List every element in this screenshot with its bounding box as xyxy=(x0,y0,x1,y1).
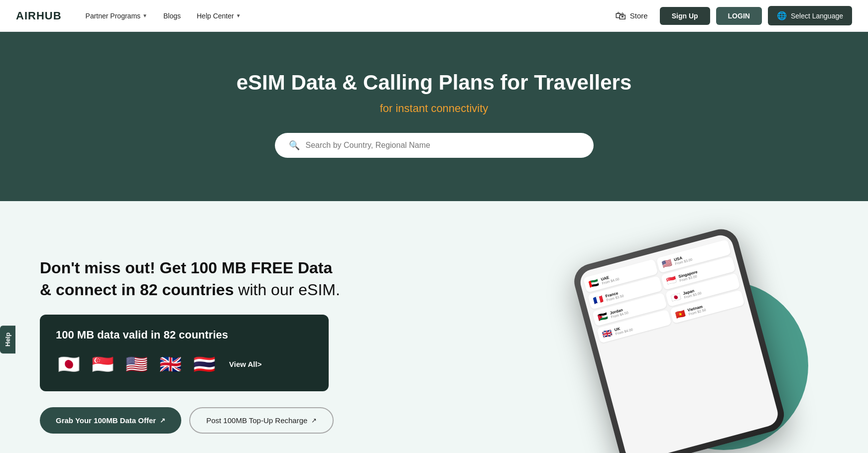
grab-offer-button[interactable]: Grab Your 100MB Data Offer ↗ xyxy=(40,407,181,434)
phone-mockup: 🇦🇪 UAE From $4.00 🇺🇸 USA From $3.00 xyxy=(570,225,788,453)
navbar-links: Partner Programs ▼ Blogs Help Center ▼ xyxy=(86,12,609,20)
language-selector-button[interactable]: 🌐 Select Language xyxy=(768,6,852,25)
promo-flags: 🇯🇵 🇸🇬 🇺🇸 🇬🇧 🇹🇭 View All> xyxy=(56,351,313,377)
phone-screen-content: 🇦🇪 UAE From $4.00 🇺🇸 USA From $3.00 xyxy=(583,239,745,343)
flag-france-icon: 🇫🇷 xyxy=(592,294,604,306)
search-input[interactable] xyxy=(306,141,580,150)
flag-thailand: 🇹🇭 xyxy=(191,351,217,377)
signup-button[interactable]: Sign Up xyxy=(660,7,710,25)
content-left: Don't miss out! Get 100 MB FREE Data & c… xyxy=(40,257,340,433)
flag-japan-icon: 🇯🇵 xyxy=(670,291,682,303)
navbar-actions: 🛍 Store Sign Up LOGIN 🌐 Select Language xyxy=(609,6,852,25)
flag-sg-icon: 🇸🇬 xyxy=(665,274,677,286)
chevron-down-icon: ▼ xyxy=(142,13,147,18)
language-icon: 🌐 xyxy=(777,11,787,20)
nav-help-center[interactable]: Help Center ▼ xyxy=(197,12,241,20)
hero-title: eSIM Data & Calling Plans for Travellers xyxy=(237,70,632,95)
help-tab[interactable]: Help xyxy=(0,326,15,353)
external-link-icon: ↗ xyxy=(160,417,165,424)
store-button[interactable]: 🛍 Store xyxy=(609,6,654,25)
hero-subtitle: for instant connectivity xyxy=(380,102,489,115)
chevron-down-icon: ▼ xyxy=(236,13,241,18)
brand-logo[interactable]: AIRHUB xyxy=(16,9,62,22)
flag-japan: 🇯🇵 xyxy=(56,351,82,377)
navbar: AIRHUB Partner Programs ▼ Blogs Help Cen… xyxy=(0,0,868,32)
topup-button[interactable]: Post 100MB Top-Up Recharge ↗ xyxy=(189,407,334,434)
search-bar: 🔍 xyxy=(275,133,594,158)
content-headline: Don't miss out! Get 100 MB FREE Data & c… xyxy=(40,257,340,300)
nav-blogs[interactable]: Blogs xyxy=(163,12,181,20)
flag-uk: 🇬🇧 xyxy=(157,351,183,377)
promo-box: 100 MB data valid in 82 countries 🇯🇵 🇸🇬 … xyxy=(40,315,329,391)
phone-screen: 🇦🇪 UAE From $4.00 🇺🇸 USA From $3.00 xyxy=(578,232,781,453)
search-icon: 🔍 xyxy=(289,140,300,151)
flag-uae-icon: 🇦🇪 xyxy=(588,277,600,289)
view-all-link[interactable]: View All> xyxy=(229,360,261,368)
promo-title: 100 MB data valid in 82 countries xyxy=(56,329,313,341)
flag-singapore: 🇸🇬 xyxy=(90,351,116,377)
phone-mockup-area: 🇦🇪 UAE From $4.00 🇺🇸 USA From $3.00 xyxy=(549,231,828,453)
login-button[interactable]: LOGIN xyxy=(716,7,762,25)
content-section: Don't miss out! Get 100 MB FREE Data & c… xyxy=(0,201,868,453)
flag-jordan-icon: 🇯🇴 xyxy=(597,311,609,323)
action-buttons: Grab Your 100MB Data Offer ↗ Post 100MB … xyxy=(40,407,340,434)
flag-usa-icon: 🇺🇸 xyxy=(661,258,673,270)
hero-section: eSIM Data & Calling Plans for Travellers… xyxy=(0,32,868,201)
flag-usa: 🇺🇸 xyxy=(124,351,149,377)
external-link-icon: ↗ xyxy=(311,417,317,424)
flag-vn-icon: 🇻🇳 xyxy=(674,308,686,320)
nav-partner-programs[interactable]: Partner Programs ▼ xyxy=(86,12,147,20)
flag-uk-icon: 🇬🇧 xyxy=(601,328,613,340)
shopping-bag-icon: 🛍 xyxy=(615,9,626,22)
